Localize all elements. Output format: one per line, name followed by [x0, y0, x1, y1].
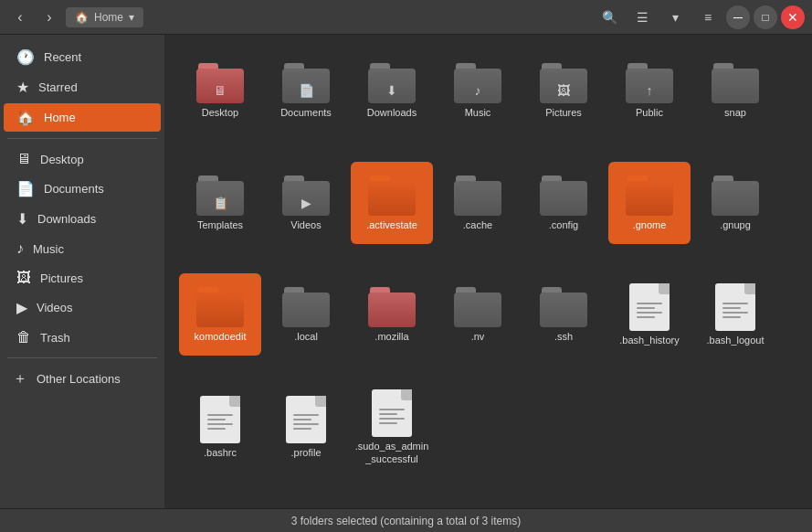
- sidebar-item-downloads[interactable]: ⬇ Downloads: [4, 205, 161, 233]
- folder-icon-cache: [454, 176, 501, 216]
- file-item-bash-history[interactable]: .bash_history: [608, 273, 691, 356]
- file-item-videos[interactable]: ▶ Videos: [265, 162, 347, 244]
- downloads-icon: ⬇: [16, 210, 28, 228]
- recent-icon: 🕐: [16, 48, 35, 66]
- dropdown-icon[interactable]: ▾: [129, 11, 134, 24]
- folder-icon-videos: ▶: [282, 176, 330, 216]
- file-label-videos: Videos: [290, 219, 321, 231]
- file-item-local[interactable]: .local: [265, 273, 347, 356]
- file-label-sudo-admin: .sudo_as_admin_successful: [354, 441, 429, 464]
- titlebar-actions: 🔍 ☰ ▾ ≡ ─ □ ✕: [595, 5, 805, 30]
- sidebar-item-home[interactable]: 🏠 Home: [4, 103, 161, 132]
- search-button[interactable]: 🔍: [595, 5, 624, 30]
- file-item-komodoedit[interactable]: komodoedit: [179, 273, 261, 356]
- sidebar-divider-2: [7, 357, 157, 358]
- sidebar-label-trash: Trash: [40, 331, 70, 345]
- forward-button[interactable]: ›: [37, 5, 62, 30]
- minimize-button[interactable]: ─: [726, 5, 750, 29]
- file-item-bashrc[interactable]: .bashrc: [179, 386, 261, 468]
- file-item-gnupg[interactable]: .gnupg: [694, 162, 776, 244]
- file-item-bash-logout[interactable]: .bash_logout: [694, 273, 776, 356]
- doc-icon-bash-history: [629, 283, 670, 331]
- location-label: Home: [94, 11, 123, 24]
- menu-button[interactable]: ≡: [693, 5, 722, 30]
- file-item-templates[interactable]: 📋 Templates: [179, 162, 261, 244]
- file-label-mozilla: .mozilla: [374, 331, 408, 343]
- file-label-documents: Documents: [280, 107, 332, 119]
- file-label-cache: .cache: [463, 219, 492, 231]
- file-label-desktop: Desktop: [202, 107, 238, 119]
- file-item-profile[interactable]: .profile: [265, 386, 347, 468]
- sidebar-item-recent[interactable]: 🕐 Recent: [4, 43, 161, 71]
- folder-icon-ssh: [540, 287, 587, 327]
- folder-icon-local: [282, 287, 330, 327]
- file-label-activestate: .activestate: [366, 219, 417, 231]
- folder-icon-downloads: ⬇: [368, 63, 416, 103]
- sidebar-divider-1: [7, 138, 157, 139]
- sidebar: 🕐 Recent ★ Starred 🏠 Home 🖥 Desktop 📄 Do…: [0, 35, 164, 508]
- file-item-snap[interactable]: snap: [694, 49, 776, 132]
- sidebar-item-pictures[interactable]: 🖼 Pictures: [4, 264, 161, 292]
- file-label-config: .config: [549, 219, 578, 231]
- sidebar-item-documents[interactable]: 📄 Documents: [4, 175, 161, 203]
- file-label-ssh: .ssh: [554, 331, 573, 343]
- file-item-music[interactable]: ♪ Music: [437, 49, 519, 132]
- folder-icon-documents: 📄: [282, 63, 330, 103]
- folder-icon-public: ↑: [626, 63, 673, 103]
- sidebar-item-starred[interactable]: ★ Starred: [4, 73, 161, 101]
- maximize-button[interactable]: □: [754, 5, 777, 29]
- sidebar-item-other-locations[interactable]: ＋ Other Locations: [0, 364, 164, 394]
- home-icon: 🏠: [75, 11, 89, 24]
- file-item-documents[interactable]: 📄 Documents: [265, 49, 347, 132]
- file-item-cache[interactable]: .cache: [437, 162, 519, 244]
- file-label-snap: snap: [724, 107, 746, 119]
- sidebar-label-documents: Documents: [44, 182, 104, 196]
- file-item-desktop[interactable]: 🖥 Desktop: [179, 49, 261, 132]
- statusbar: 3 folders selected (containing a total o…: [0, 508, 812, 532]
- folder-icon-pictures: 🖼: [540, 63, 587, 103]
- file-item-downloads[interactable]: ⬇ Downloads: [351, 49, 433, 132]
- close-button[interactable]: ✕: [781, 5, 805, 29]
- home-sidebar-icon: 🏠: [16, 109, 35, 126]
- sidebar-label-music: Music: [33, 242, 64, 256]
- folder-icon-gnupg: [712, 176, 759, 216]
- file-item-ssh[interactable]: .ssh: [522, 273, 605, 356]
- file-item-config[interactable]: .config: [522, 162, 605, 244]
- documents-icon: 📄: [16, 180, 35, 197]
- list-view-button[interactable]: ☰: [627, 5, 657, 30]
- trash-icon: 🗑: [16, 329, 31, 346]
- sidebar-item-desktop[interactable]: 🖥 Desktop: [4, 145, 161, 173]
- file-item-pictures[interactable]: 🖼 Pictures: [522, 49, 605, 132]
- pictures-icon: 🖼: [16, 270, 31, 286]
- sidebar-item-trash[interactable]: 🗑 Trash: [4, 324, 161, 351]
- file-label-pictures: Pictures: [545, 107, 582, 119]
- sidebar-label-videos: Videos: [37, 301, 73, 314]
- sidebar-item-music[interactable]: ♪ Music: [4, 235, 161, 262]
- view-options-button[interactable]: ▾: [660, 5, 690, 30]
- folder-icon-activestate: [368, 176, 416, 216]
- file-label-bashrc: .bashrc: [204, 447, 237, 459]
- doc-icon-bashrc: [200, 396, 240, 443]
- folder-icon-nv: [454, 287, 501, 327]
- file-item-sudo-admin[interactable]: .sudo_as_admin_successful: [351, 386, 433, 468]
- file-content: 🖥 Desktop 📄 Documents ⬇ Downloads: [164, 35, 812, 508]
- file-item-mozilla[interactable]: .mozilla: [351, 273, 433, 356]
- folder-icon-music: ♪: [454, 63, 501, 103]
- doc-icon-profile: [286, 396, 326, 443]
- doc-icon-sudo-admin: [372, 389, 412, 437]
- file-item-gnome[interactable]: .gnome: [608, 162, 691, 244]
- sidebar-label-desktop: Desktop: [40, 153, 84, 166]
- back-button[interactable]: ‹: [7, 5, 33, 30]
- sidebar-item-videos[interactable]: ▶ Videos: [4, 293, 161, 322]
- add-icon: ＋: [13, 369, 27, 388]
- file-label-templates: Templates: [197, 219, 243, 231]
- breadcrumb[interactable]: 🏠 Home ▾: [66, 7, 143, 27]
- folder-icon-snap: [712, 63, 759, 103]
- file-item-nv[interactable]: .nv: [437, 273, 519, 356]
- sidebar-label-home: Home: [44, 111, 76, 124]
- file-item-activestate[interactable]: .activestate: [351, 162, 433, 244]
- file-item-public[interactable]: ↑ Public: [608, 49, 691, 132]
- sidebar-label-starred: Starred: [38, 80, 78, 94]
- titlebar: ‹ › 🏠 Home ▾ 🔍 ☰ ▾ ≡ ─ □ ✕: [0, 0, 812, 35]
- file-label-gnupg: .gnupg: [720, 219, 751, 231]
